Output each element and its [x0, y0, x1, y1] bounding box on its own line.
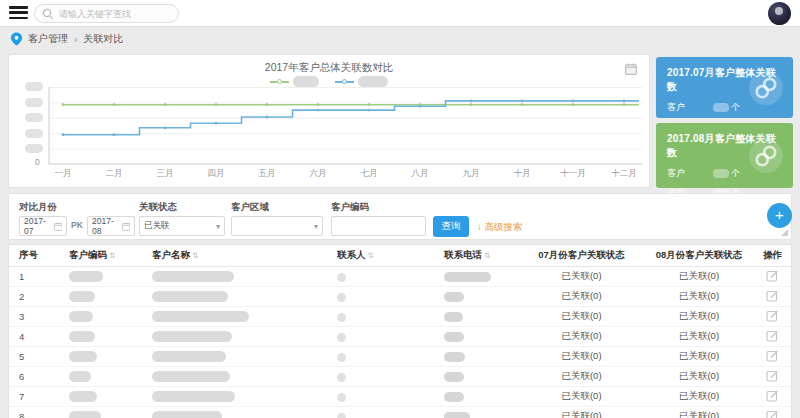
y-axis-label-censored	[25, 82, 43, 91]
x-tick-label: 三月	[157, 168, 174, 180]
filter-panel: 对比月份 关联状态 客户区域 客户编码 2017-07 PK 2017-08 已…	[8, 193, 792, 240]
down-arrow-icon: ↓	[477, 221, 482, 232]
data-point	[623, 100, 626, 103]
cell-status-07: 已关联(0)	[519, 310, 644, 323]
edit-action-icon[interactable]	[766, 349, 779, 362]
global-search[interactable]	[34, 4, 179, 23]
cell-actions	[754, 409, 791, 418]
cell-status-08: 已关联(0)	[644, 290, 754, 303]
card-unit: 个	[731, 167, 740, 180]
top-navbar	[0, 0, 800, 27]
edit-action-icon[interactable]	[766, 389, 779, 402]
sort-icon: ⇅	[368, 251, 374, 260]
cell-contact-censored	[337, 271, 444, 282]
breadcrumb-section[interactable]: 客户管理	[28, 32, 68, 46]
hamburger-menu-icon[interactable]	[9, 6, 28, 20]
cell-phone-censored	[444, 371, 519, 382]
cell-name-censored	[152, 411, 337, 418]
table-header-row: 序号 客户编码⇅ 客户名称⇅ 联系人⇅ 联系电话⇅ 07月份客户关联状态 08月…	[9, 245, 791, 267]
edit-action-icon[interactable]	[766, 409, 779, 418]
cell-code-censored	[69, 331, 152, 343]
y-axis-label-censored	[25, 98, 43, 107]
legend-item-series-2[interactable]	[335, 76, 388, 87]
data-point	[470, 103, 473, 106]
cell-contact-censored	[337, 351, 444, 362]
cell-phone-censored	[444, 291, 519, 302]
cell-status-07: 已关联(0)	[519, 290, 644, 303]
edit-action-icon[interactable]	[766, 309, 779, 322]
add-button[interactable]: +	[767, 203, 792, 228]
summary-card-august[interactable]: 2017.08月客户整体关联数 客户 个 户号 个	[656, 123, 793, 188]
cell-status-07: 已关联(0)	[519, 390, 644, 403]
cell-phone-censored	[444, 311, 519, 322]
table-row[interactable]: 5已关联(0)已关联(0)	[9, 347, 791, 367]
cell-index: 6	[9, 371, 69, 382]
code-input[interactable]	[336, 221, 421, 231]
month-from-datepicker[interactable]: 2017-07	[19, 216, 67, 236]
search-button[interactable]: 查询	[433, 216, 469, 237]
col-header-status-08[interactable]: 08月份客户关联状态	[644, 249, 754, 262]
data-point	[521, 100, 524, 103]
app-root: 客户管理 › 关联对比 2017年客户总体关联数对比 0	[0, 0, 800, 418]
cell-name-censored	[152, 271, 337, 283]
cell-code-censored	[69, 311, 152, 323]
data-point	[368, 103, 371, 106]
filter-label-code: 客户编码	[331, 201, 369, 214]
code-field-wrap	[331, 216, 426, 236]
col-header-name[interactable]: 客户名称⇅	[152, 249, 337, 262]
cell-status-08: 已关联(0)	[644, 410, 754, 418]
cell-actions	[754, 349, 791, 364]
table-row[interactable]: 7已关联(0)已关联(0)	[9, 387, 791, 407]
legend-marker-icon	[335, 79, 354, 84]
table-row[interactable]: 1已关联(0)已关联(0)	[9, 267, 791, 287]
user-avatar[interactable]	[768, 2, 791, 25]
x-tick-label: 八月	[412, 168, 429, 180]
table-row[interactable]: 3已关联(0)已关联(0)	[9, 307, 791, 327]
card-row-label: 客户	[667, 101, 691, 114]
edit-action-icon[interactable]	[766, 369, 779, 382]
data-point	[164, 126, 167, 129]
col-header-code[interactable]: 客户编码⇅	[69, 249, 152, 262]
legend-item-series-1[interactable]	[270, 76, 319, 87]
cell-index: 2	[9, 291, 69, 302]
col-header-index[interactable]: 序号	[9, 249, 69, 262]
cell-actions	[754, 329, 791, 344]
chart-calendar-icon[interactable]	[625, 63, 637, 75]
table-row[interactable]: 8已关联(0)已关联(0)	[9, 407, 791, 418]
status-select[interactable]: 已关联 ▾	[139, 216, 225, 236]
table-row[interactable]: 6已关联(0)已关联(0)	[9, 367, 791, 387]
summary-card-july[interactable]: 2017.07月客户整体关联数 客户 个 户号 个	[656, 57, 793, 118]
location-pin-icon	[11, 32, 22, 46]
cell-phone-censored	[444, 331, 519, 342]
cell-actions	[754, 369, 791, 384]
data-point	[317, 103, 320, 106]
col-header-phone[interactable]: 联系电话⇅	[444, 249, 519, 262]
cell-name-censored	[152, 351, 337, 363]
edit-action-icon[interactable]	[766, 329, 779, 342]
resize-handle[interactable]	[781, 229, 788, 236]
cell-index: 3	[9, 311, 69, 322]
search-input[interactable]	[59, 9, 169, 19]
region-select[interactable]: ▾	[231, 216, 323, 236]
edit-action-icon[interactable]	[766, 269, 779, 282]
x-tick-label: 五月	[259, 168, 276, 180]
col-header-contact[interactable]: 联系人⇅	[337, 249, 444, 262]
data-point	[62, 133, 65, 136]
cell-status-08: 已关联(0)	[644, 350, 754, 363]
table-row[interactable]: 4已关联(0)已关联(0)	[9, 327, 791, 347]
cell-status-07: 已关联(0)	[519, 370, 644, 383]
sort-icon: ⇅	[192, 251, 198, 260]
x-axis-labels: 一月二月三月四月五月六月七月八月九月十月十一月十二月	[9, 168, 649, 180]
breadcrumb: 客户管理 › 关联对比	[0, 27, 800, 51]
chart-legend	[9, 76, 649, 87]
advanced-search-link[interactable]: ↓ 高级搜索	[477, 221, 522, 234]
link-chain-icon	[748, 138, 784, 174]
cell-contact-censored	[337, 411, 444, 418]
x-tick-label: 十月	[514, 168, 531, 180]
month-to-datepicker[interactable]: 2017-08	[87, 216, 135, 236]
cell-contact-censored	[337, 311, 444, 322]
col-header-status-07[interactable]: 07月份客户关联状态	[519, 249, 644, 262]
edit-action-icon[interactable]	[766, 289, 779, 302]
table-row[interactable]: 2已关联(0)已关联(0)	[9, 287, 791, 307]
data-table: 序号 客户编码⇅ 客户名称⇅ 联系人⇅ 联系电话⇅ 07月份客户关联状态 08月…	[8, 244, 792, 418]
